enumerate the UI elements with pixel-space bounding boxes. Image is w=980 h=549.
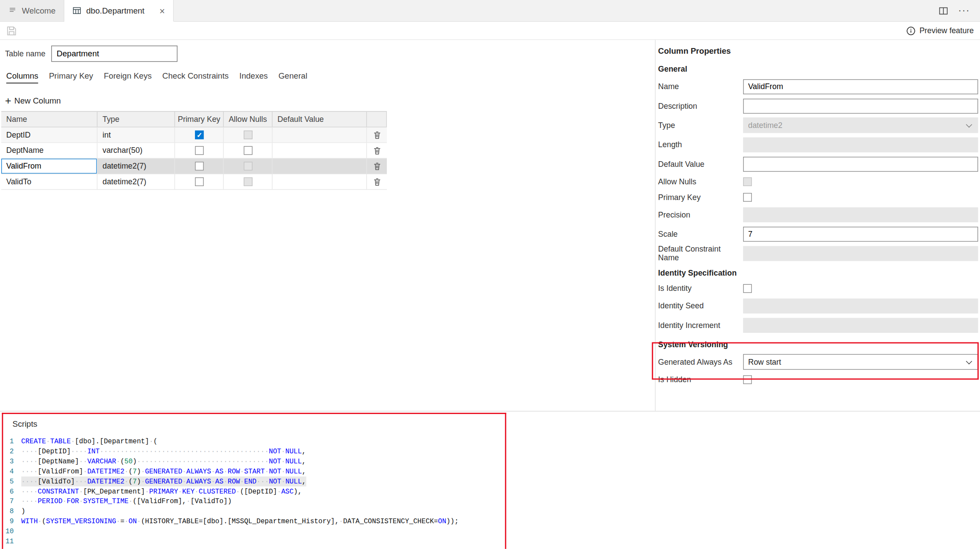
precision-input [743, 207, 978, 222]
line-number: 1 [0, 436, 21, 446]
line-number: 9 [0, 516, 21, 526]
primary-key-checkbox[interactable] [743, 193, 752, 201]
column-name-cell[interactable]: DeptName [1, 143, 97, 158]
tab-welcome[interactable]: Welcome [0, 0, 64, 21]
table-row[interactable]: ValidTo datetime2(7) [1, 174, 387, 190]
default-constraint-name-input [743, 246, 978, 261]
tab-check-constraints[interactable]: Check Constraints [162, 69, 229, 84]
code-line[interactable]: 4····[ValidFrom]·DATETIME2·(7)·GENERATED… [0, 466, 655, 476]
type-dropdown: datetime2 [743, 117, 978, 133]
close-tab-icon[interactable]: × [160, 6, 165, 15]
delete-row-button[interactable] [367, 174, 387, 189]
delete-row-button[interactable] [367, 143, 387, 158]
plus-icon: + [5, 95, 11, 106]
designer-tabs: Columns Primary Key Foreign Keys Check C… [6, 69, 307, 84]
prop-label: Length [658, 140, 743, 149]
default-value-cell[interactable] [272, 159, 367, 173]
code-line[interactable]: 10 [0, 526, 655, 536]
grid-header-type: Type [97, 112, 175, 127]
name-input[interactable] [743, 79, 978, 94]
table-row-selected[interactable]: datetime2(7) [1, 159, 387, 174]
prop-label: Default Value [658, 159, 743, 168]
column-name-cell-editing[interactable] [1, 159, 97, 173]
designer-main: Table name Columns Primary Key Foreign K… [0, 40, 655, 411]
code-line[interactable]: 5····[ValidTo]···DATETIME2·(7)·GENERATED… [0, 476, 655, 487]
default-value-cell[interactable] [272, 143, 367, 158]
column-type-cell[interactable]: datetime2(7) [97, 174, 175, 189]
delete-row-button[interactable] [367, 159, 387, 173]
chevron-down-icon [966, 121, 972, 127]
code-line[interactable]: 9WITH·(SYSTEM_VERSIONING·=·ON·(HISTORY_T… [0, 516, 655, 526]
is-identity-checkbox[interactable] [743, 284, 752, 293]
code-line[interactable]: 8) [0, 507, 655, 517]
column-properties-panel: Column Properties General Name Descripti… [655, 40, 980, 411]
tab-general[interactable]: General [278, 69, 307, 84]
prop-label: Type [658, 121, 743, 130]
primary-key-checkbox[interactable] [195, 146, 203, 155]
prop-label: Is Hidden [658, 375, 743, 384]
new-column-button[interactable]: + New Column [5, 93, 61, 107]
prop-row-name: Name [658, 77, 978, 96]
default-value-cell[interactable] [272, 174, 367, 189]
prop-row-length: Length [658, 135, 978, 154]
column-type-cell[interactable]: int [97, 128, 175, 142]
primary-key-checkbox[interactable] [195, 131, 203, 139]
tab-foreign-keys[interactable]: Foreign Keys [104, 69, 152, 84]
line-number: 11 [0, 536, 21, 546]
prop-row-is-identity: Is Identity [658, 280, 978, 296]
tab-columns[interactable]: Columns [6, 69, 38, 84]
tab-primary-key[interactable]: Primary Key [49, 69, 93, 84]
line-number: 5 [0, 476, 21, 487]
section-header-general: General [658, 62, 978, 77]
code-line[interactable]: 3····[DeptName]··VARCHAR·(50)···········… [0, 456, 655, 466]
table-row[interactable]: DeptName varchar(50) [1, 143, 387, 159]
section-header-identity-specification: Identity Specification [658, 266, 978, 280]
column-name-editor[interactable] [1, 159, 97, 173]
table-row[interactable]: DeptID int [1, 128, 387, 143]
line-number: 7 [0, 497, 21, 507]
code-line[interactable]: 1CREATE·TABLE·[dbo].[Department]·( [0, 436, 655, 446]
prop-label: Generated Always As [658, 358, 743, 366]
default-value-input[interactable] [743, 156, 978, 171]
tab-indexes[interactable]: Indexes [239, 69, 268, 84]
tab-dbo-department[interactable]: dbo.Department × [64, 0, 174, 22]
prop-row-identity-seed: Identity Seed [658, 296, 978, 315]
prop-row-description: Description [658, 96, 978, 115]
line-number: 3 [0, 456, 21, 466]
column-type-cell[interactable]: datetime2(7) [97, 159, 175, 173]
preview-feature-badge[interactable]: Preview feature [906, 26, 973, 35]
column-name-cell[interactable]: DeptID [1, 128, 97, 142]
prop-row-scale: Scale [658, 224, 978, 243]
code-line[interactable]: 7····PERIOD·FOR·SYSTEM_TIME·([ValidFrom]… [0, 497, 655, 507]
description-input[interactable] [743, 98, 978, 113]
table-name-input[interactable] [51, 45, 177, 62]
code-line[interactable]: 6····CONSTRAINT·[PK_Department]·PRIMARY·… [0, 487, 655, 497]
prop-row-is-hidden: Is Hidden [658, 372, 978, 387]
more-actions-icon[interactable]: ··· [958, 5, 970, 16]
allow-nulls-checkbox [243, 162, 252, 170]
sql-editor[interactable]: 1CREATE·TABLE·[dbo].[Department]·(2····[… [0, 436, 655, 546]
primary-key-checkbox[interactable] [195, 177, 203, 186]
welcome-tab-icon [8, 6, 17, 15]
scale-input[interactable] [743, 226, 978, 241]
allow-nulls-checkbox [243, 177, 252, 186]
table-name-label: Table name [5, 49, 45, 58]
type-value: datetime2 [748, 121, 782, 130]
prop-label: Description [658, 101, 743, 110]
column-name-cell[interactable]: ValidTo [1, 174, 97, 189]
delete-row-button[interactable] [367, 128, 387, 142]
generated-always-as-dropdown[interactable]: Row start [743, 354, 978, 370]
code-line[interactable]: 2····[DeptID]····INT····················… [0, 446, 655, 456]
code-line[interactable]: 11 [0, 536, 655, 546]
split-editor-icon[interactable] [939, 6, 948, 15]
is-hidden-checkbox[interactable] [743, 375, 752, 384]
default-value-cell[interactable] [272, 128, 367, 142]
save-icon[interactable] [6, 25, 17, 36]
primary-key-checkbox[interactable] [195, 162, 203, 170]
prop-row-generated-always-as: Generated Always As Row start [658, 352, 978, 371]
allow-nulls-checkbox[interactable] [243, 146, 252, 155]
column-type-cell[interactable]: varchar(50) [97, 143, 175, 158]
grid-header-allow-nulls: Allow Nulls [224, 112, 273, 127]
chevron-down-icon [966, 358, 972, 364]
columns-grid: Name Type Primary Key Allow Nulls Defaul… [1, 111, 387, 190]
